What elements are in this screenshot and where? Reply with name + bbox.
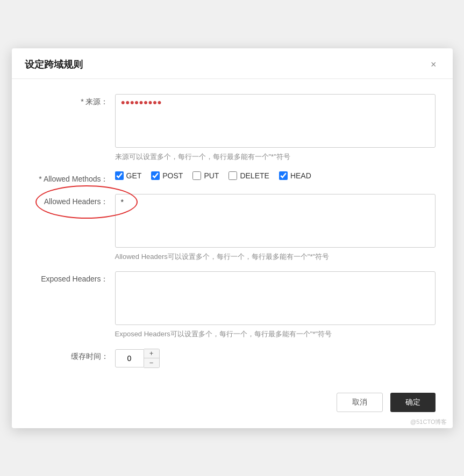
cancel-button[interactable]: 取消	[337, 393, 383, 412]
cache-row: 缓存时间： 0 + −	[29, 349, 436, 368]
confirm-button[interactable]: 确定	[390, 393, 436, 412]
method-head-label: HEAD	[290, 171, 311, 180]
method-put-checkbox[interactable]	[192, 171, 201, 180]
exposed-headers-hint: Exposed Headers可以设置多个，每行一个，每行最多能有一个"*"符号	[115, 329, 436, 339]
method-get-checkbox[interactable]	[115, 171, 124, 180]
source-textarea[interactable]: ●●●●●●●●●	[115, 94, 436, 148]
allowed-headers-content: * Allowed Headers可以设置多个，每行一个，每行最多能有一个"*"…	[115, 194, 436, 262]
cache-content: 0 + −	[115, 349, 436, 368]
method-get-label: GET	[126, 171, 142, 180]
method-head-checkbox[interactable]	[279, 171, 288, 180]
watermark: @51CTO博客	[410, 418, 447, 426]
method-put-label: PUT	[204, 171, 219, 180]
cache-increment-button[interactable]: +	[144, 349, 159, 358]
dialog-body: * 来源： ●●●●●●●●● 来源可以设置多个，每行一个，每行最多能有一个"*…	[12, 79, 453, 383]
close-button[interactable]: ×	[427, 59, 440, 70]
dialog-title: 设定跨域规则	[25, 58, 83, 71]
allowed-methods-label: * Allowed Methods：	[29, 171, 115, 184]
exposed-headers-label: Exposed Headers：	[29, 271, 115, 284]
dialog: 设定跨域规则 × * 来源： ●●●●●●●●● 来源可以设置多个，每行一个，每…	[12, 48, 453, 428]
allowed-headers-label: Allowed Headers：	[29, 194, 115, 207]
dialog-header: 设定跨域规则 ×	[12, 48, 453, 79]
cache-label: 缓存时间：	[29, 349, 115, 362]
method-head[interactable]: HEAD	[279, 171, 311, 180]
methods-row: GET POST PUT DELETE HEAD	[115, 171, 436, 180]
cache-decrement-button[interactable]: −	[144, 358, 159, 367]
allowed-headers-textarea[interactable]: *	[115, 194, 436, 248]
source-row: * 来源： ●●●●●●●●● 来源可以设置多个，每行一个，每行最多能有一个"*…	[29, 94, 436, 162]
method-post-label: POST	[162, 171, 183, 180]
method-delete-checkbox[interactable]	[229, 171, 237, 180]
exposed-headers-row: Exposed Headers： Exposed Headers可以设置多个，每…	[29, 271, 436, 339]
method-put[interactable]: PUT	[192, 171, 219, 180]
allowed-headers-row: Allowed Headers： * Allowed Headers可以设置多个…	[29, 194, 436, 262]
method-delete[interactable]: DELETE	[229, 171, 269, 180]
source-hint: 来源可以设置多个，每行一个，每行最多能有一个"*"符号	[115, 152, 436, 162]
method-post[interactable]: POST	[151, 171, 183, 180]
allowed-headers-hint: Allowed Headers可以设置多个，每行一个，每行最多能有一个"*"符号	[115, 252, 436, 262]
method-post-checkbox[interactable]	[151, 171, 160, 180]
cache-number-input[interactable]: 0	[115, 349, 144, 367]
source-content: ●●●●●●●●● 来源可以设置多个，每行一个，每行最多能有一个"*"符号	[115, 94, 436, 162]
method-delete-label: DELETE	[240, 171, 269, 180]
cache-stepper-buttons: + −	[144, 349, 160, 368]
cache-input-wrap: 0 + −	[115, 349, 436, 368]
dialog-footer: 取消 确定	[12, 383, 453, 412]
exposed-headers-content: Exposed Headers可以设置多个，每行一个，每行最多能有一个"*"符号	[115, 271, 436, 339]
method-get[interactable]: GET	[115, 171, 142, 180]
source-label: * 来源：	[29, 94, 115, 107]
allowed-methods-content: GET POST PUT DELETE HEAD	[115, 171, 436, 180]
allowed-methods-row: * Allowed Methods： GET POST PUT DELETE	[29, 171, 436, 184]
exposed-headers-textarea[interactable]	[115, 271, 436, 325]
